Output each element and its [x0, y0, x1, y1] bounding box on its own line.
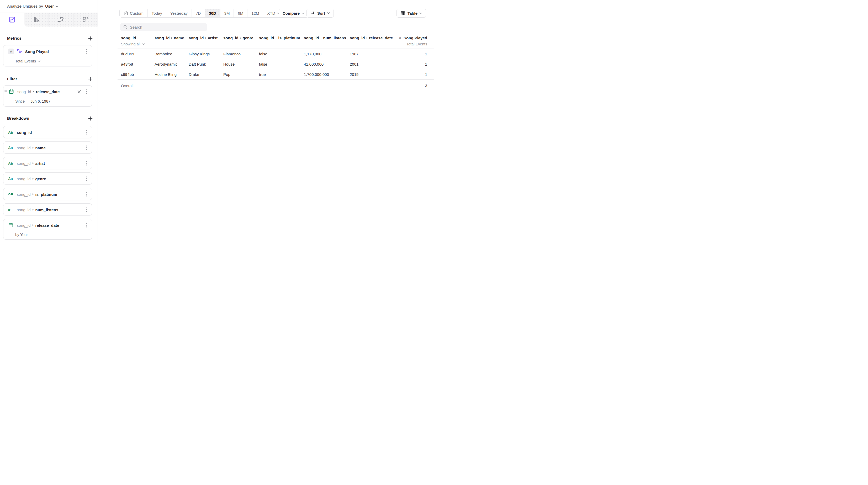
kebab-icon — [86, 176, 87, 181]
column-header[interactable]: song_id — [121, 36, 155, 40]
triangle-right-icon — [33, 209, 34, 211]
bar-chart-icon — [33, 16, 40, 23]
column-header[interactable]: song_idrelease_date — [350, 36, 396, 40]
metric-column-divider — [396, 33, 396, 80]
tab-flow-chart[interactable] — [49, 13, 73, 27]
breakdown-card[interactable]: Aa song_id artist — [3, 157, 92, 169]
analyze-entity-value: User — [45, 4, 54, 9]
sort-button[interactable]: Sort — [307, 9, 334, 18]
chevron-down-icon — [38, 60, 40, 62]
path-property: num_listens — [35, 208, 59, 212]
results-panel: Custom Today Yesterday 7D 30D 3M 6M 12M … — [98, 0, 434, 243]
cell-genre: House — [223, 59, 259, 69]
table-header-row: song_id Showing all song_idname song_ida… — [118, 33, 434, 49]
results-table: song_id Showing all song_idname song_ida… — [118, 33, 434, 92]
search-input[interactable] — [130, 25, 204, 29]
filter-more-button[interactable] — [85, 88, 89, 95]
table-search[interactable] — [120, 23, 207, 31]
tab-dots-funnel[interactable] — [73, 13, 98, 27]
column-header[interactable]: song_idname — [155, 36, 189, 40]
breakdown-card[interactable]: # song_id num_listens — [3, 203, 92, 215]
range-today[interactable]: Today — [148, 9, 166, 17]
cell-song-id: c994bb — [118, 69, 155, 79]
column-header[interactable]: song_idnum_listens — [304, 36, 350, 40]
analyze-header: Analyze Uniques by User — [7, 3, 94, 9]
kebab-icon — [86, 161, 87, 165]
kebab-icon — [86, 207, 87, 212]
cell-song-id: a43fb8 — [118, 59, 155, 69]
overall-value: 3 — [396, 80, 434, 92]
chevron-down-icon — [302, 12, 304, 14]
breakdown-more-button[interactable] — [85, 144, 89, 151]
breakdown-title: Breakdown — [7, 116, 29, 121]
breakdown-card[interactable]: Aa song_id name — [3, 142, 92, 154]
text-type-icon: Aa — [8, 130, 14, 134]
plus-icon — [88, 77, 93, 81]
add-breakdown-button[interactable] — [88, 116, 93, 121]
metric-more-button[interactable] — [85, 48, 89, 55]
range-30d[interactable]: 30D — [205, 9, 220, 17]
filter-value: Jun 6, 1987 — [30, 99, 51, 103]
kebab-icon — [86, 130, 87, 134]
cell-artist: Drake — [189, 69, 223, 79]
analyze-label: Analyze Uniques by — [7, 4, 43, 9]
range-7d[interactable]: 7D — [191, 9, 205, 17]
drag-handle-icon[interactable] — [4, 90, 7, 93]
triangle-right-icon — [33, 162, 34, 164]
filter-card[interactable]: song_id release_date Since Jun 6, 1987 — [3, 85, 92, 107]
analyze-entity-dropdown[interactable]: User — [45, 4, 58, 9]
filter-condition[interactable]: Since Jun 6, 1987 — [3, 98, 92, 105]
compare-button[interactable]: Compare — [279, 9, 308, 18]
column-header[interactable]: song_idartist — [189, 36, 223, 40]
cell-is-platinum: false — [259, 59, 304, 69]
breakdown-more-button[interactable] — [85, 129, 89, 136]
column-header[interactable]: song_idgenre — [223, 36, 259, 40]
breakdown-more-button[interactable] — [85, 175, 89, 182]
metric-measure-dropdown[interactable]: Total Events — [3, 58, 92, 65]
search-icon — [123, 25, 127, 29]
breakdown-more-button[interactable] — [85, 206, 89, 213]
cursor-click-icon — [17, 49, 23, 55]
chevron-down-icon — [55, 5, 58, 7]
cell-artist: Daft Punk — [189, 59, 223, 69]
metric-column-header[interactable]: ASong Played — [396, 36, 427, 40]
filter-operator: Since — [15, 99, 25, 103]
add-metric-button[interactable] — [88, 36, 93, 41]
range-6m[interactable]: 6M — [234, 9, 247, 17]
tab-line-chart[interactable] — [0, 13, 24, 27]
table-row[interactable]: c994bb Hotline Bling Drake Pop true 1,70… — [118, 69, 434, 80]
remove-filter-button[interactable] — [76, 89, 82, 94]
view-type-button[interactable]: Table — [397, 9, 426, 18]
triangle-right-icon — [367, 37, 368, 39]
table-row[interactable]: d8d949 Bamboleo Gipsy Kings Flamenco fal… — [118, 49, 434, 59]
breakdown-card[interactable]: song_id release_date by Year — [3, 219, 92, 240]
chevron-down-icon — [327, 12, 330, 14]
showing-all-dropdown[interactable]: Showing all — [121, 42, 155, 46]
triangle-right-icon — [33, 224, 34, 226]
table-row[interactable]: a43fb8 Aerodynamic Daft Punk House false… — [118, 59, 434, 69]
breakdown-more-button[interactable] — [85, 191, 89, 198]
metrics-section-header: Metrics — [7, 36, 93, 41]
path-property: release_date — [36, 90, 60, 94]
close-icon — [78, 90, 81, 93]
breakdown-more-button[interactable] — [85, 160, 89, 166]
cell-is-platinum: false — [259, 49, 304, 59]
breakdown-more-button[interactable] — [85, 222, 89, 229]
range-custom[interactable]: Custom — [120, 9, 148, 17]
breakdown-card[interactable]: Aa song_id — [3, 126, 92, 138]
range-yesterday[interactable]: Yesterday — [166, 9, 191, 17]
range-3m[interactable]: 3M — [220, 9, 234, 17]
series-badge: A — [8, 49, 14, 54]
breakdown-card[interactable]: song_id is_platinum — [3, 188, 92, 200]
cell-name: Bamboleo — [155, 49, 189, 59]
kebab-icon — [86, 145, 87, 150]
cell-is-platinum: true — [259, 69, 304, 79]
breakdown-bucket[interactable]: by Year — [3, 231, 92, 238]
metric-card[interactable]: A Song Played Total Events — [3, 45, 92, 66]
table-overall-row: Overall 3 — [118, 80, 434, 92]
add-filter-button[interactable] — [88, 77, 93, 82]
column-header[interactable]: song_idis_platinum — [259, 36, 304, 40]
range-12m[interactable]: 12M — [247, 9, 263, 17]
tab-bar-chart[interactable] — [24, 13, 49, 27]
breakdown-card[interactable]: Aa song_id genre — [3, 173, 92, 184]
